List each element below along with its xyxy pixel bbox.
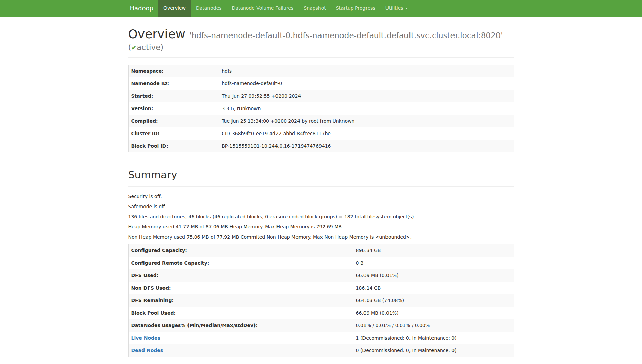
nav-item-utilities[interactable]: Utilities [380, 0, 413, 17]
nav-item[interactable]: Overview [158, 0, 191, 17]
row-label: Version: [128, 102, 219, 115]
table-row: Namenode ID: hdfs-namenode-default-0 [128, 77, 514, 90]
nav-item[interactable]: Snapshot [298, 0, 331, 17]
row-label-text: Namenode ID: [131, 81, 169, 86]
table-row: Block Pool ID: BP-1515559101-10.244.0.16… [128, 140, 514, 152]
summary-title: Summary [128, 169, 514, 181]
row-label-text: Version: [131, 106, 153, 111]
row-label-text: DataNodes usages% (Min/Median/Max/stdDev… [131, 323, 258, 328]
row-label: Live Nodes [128, 332, 353, 344]
table-row: Compiled: Tue Jun 25 13:34:00 +0200 2024… [128, 115, 514, 127]
row-label: DFS Used: [128, 269, 353, 282]
row-label: Block Pool ID: [128, 140, 219, 152]
row-label: Configured Capacity: [128, 244, 353, 257]
table-row: Cluster ID: CID-368b9fc0-ee19-4d22-abbd-… [128, 127, 514, 140]
row-label-text: Non DFS Used: [131, 285, 171, 291]
table-row: Live Nodes 1 (Decommissioned: 0, In Main… [128, 332, 514, 344]
check-icon: ✔ [131, 44, 137, 52]
summary-page-header: Summary [128, 169, 514, 187]
page-title: Overview 'hdfs-namenode-default-0.hdfs-n… [128, 27, 514, 52]
overview-table-body: Namespace: hdfs Namenode ID: hdfs-nameno… [128, 65, 514, 152]
summary-paragraph: Non Heap Memory used 75.06 MB of 77.92 M… [128, 234, 514, 241]
row-value: 66.09 MB (0.01%) [353, 307, 514, 319]
row-label: DFS Remaining: [128, 294, 353, 307]
summary-paragraph: 136 files and directories, 46 blocks (46… [128, 214, 514, 220]
row-value: 1 (Decommissioned: 0, In Maintenance: 0) [353, 332, 514, 344]
navbar-container: Hadoop Overview Datanodes Datanode Volum… [123, 0, 519, 17]
page-title-text: Overview [128, 27, 186, 41]
row-value: 0.01% / 0.01% / 0.01% / 0.00% [353, 319, 514, 332]
utilities-label: Utilities [385, 5, 403, 12]
row-value: CID-368b9fc0-ee19-4d22-abbd-84fcec8117be [219, 127, 514, 140]
row-value: hdfs [219, 65, 514, 77]
nav-item-label: Startup Progress [336, 5, 375, 12]
chevron-down-icon [405, 8, 408, 9]
row-value: 664.03 GB (74.08%) [353, 294, 514, 307]
overview-page-header: Overview 'hdfs-namenode-default-0.hdfs-n… [128, 27, 514, 58]
status-active-label: active) [137, 43, 163, 52]
row-label: Compiled: [128, 115, 219, 127]
table-row: Started: Thu Jun 27 09:52:55 +0200 2024 [128, 90, 514, 102]
row-value: Thu Jun 27 09:52:55 +0200 2024 [219, 90, 514, 102]
nav-item[interactable]: Startup Progress [331, 0, 380, 17]
table-row: DataNodes usages% (Min/Median/Max/stdDev… [128, 319, 514, 332]
row-value: hdfs-namenode-default-0 [219, 77, 514, 90]
row-label: Non DFS Used: [128, 282, 353, 294]
row-value: 0 B [353, 257, 514, 269]
row-label-text: Compiled: [131, 118, 158, 124]
nav-item[interactable]: Datanode Volume Failures [227, 0, 299, 17]
node-count-link[interactable]: Dead Nodes [131, 348, 163, 353]
nav-item[interactable]: Datanodes [191, 0, 227, 17]
row-value: 66.09 MB (0.01%) [353, 269, 514, 282]
row-label: DataNodes usages% (Min/Median/Max/stdDev… [128, 319, 353, 332]
table-row: Version: 3.3.6, rUnknown [128, 102, 514, 115]
row-label-text: Block Pool ID: [131, 143, 168, 149]
table-row: Dead Nodes 0 (Decommissioned: 0, In Main… [128, 344, 514, 357]
row-label-text: DFS Remaining: [131, 298, 174, 303]
main-content: Overview 'hdfs-namenode-default-0.hdfs-n… [123, 27, 519, 357]
nav-item-label: Datanodes [196, 5, 222, 12]
row-value: BP-1515559101-10.244.0.16-1719474769416 [219, 140, 514, 152]
table-row: Configured Capacity: 896.34 GB [128, 244, 514, 257]
namenode-address: 'hdfs-namenode-default-0.hdfs-namenode-d… [189, 31, 503, 40]
table-row: DFS Used: 66.09 MB (0.01%) [128, 269, 514, 282]
row-value: 896.34 GB [353, 244, 514, 257]
row-label-text: Cluster ID: [131, 131, 160, 136]
summary-paragraph: Security is off. [128, 193, 514, 200]
table-row: Configured Remote Capacity: 0 B [128, 257, 514, 269]
row-label: Cluster ID: [128, 127, 219, 140]
row-label-text: DFS Used: [131, 273, 159, 278]
row-value: Tue Jun 25 13:34:00 +0200 2024 by root f… [219, 115, 514, 127]
row-label: Namespace: [128, 65, 219, 77]
table-row: DFS Remaining: 664.03 GB (74.08%) [128, 294, 514, 307]
row-label: Started: [128, 90, 219, 102]
table-row: Namespace: hdfs [128, 65, 514, 77]
row-label-text: Configured Capacity: [131, 248, 187, 253]
row-value: 0 (Decommissioned: 0, In Maintenance: 0) [353, 344, 514, 357]
namenode-status: (✔active) [128, 43, 514, 52]
table-row: Non DFS Used: 186.14 GB [128, 282, 514, 294]
row-value: 186.14 GB [353, 282, 514, 294]
table-row: Block Pool Used: 66.09 MB (0.01%) [128, 307, 514, 319]
nav-item-label: Overview [163, 5, 186, 12]
row-value: 3.3.6, rUnknown [219, 102, 514, 115]
row-label: Dead Nodes [128, 344, 353, 357]
row-label-text: Configured Remote Capacity: [131, 260, 209, 266]
nav-item-label: Snapshot [304, 5, 326, 12]
row-label: Block Pool Used: [128, 307, 353, 319]
summary-table-body: Configured Capacity: 896.34 GB Configure… [128, 244, 514, 357]
row-label-text: Started: [131, 93, 153, 99]
row-label: Configured Remote Capacity: [128, 257, 353, 269]
summary-paragraph: Heap Memory used 41.77 MB of 87.06 MB He… [128, 224, 514, 230]
node-count-link[interactable]: Live Nodes [131, 335, 160, 341]
brand-hadoop[interactable]: Hadoop [128, 0, 158, 17]
nav-tabs: Overview Datanodes Datanode Volume Failu… [158, 0, 380, 17]
nav-item-label: Datanode Volume Failures [232, 5, 294, 12]
row-label-text: Namespace: [131, 68, 164, 74]
overview-table: Namespace: hdfs Namenode ID: hdfs-nameno… [128, 65, 514, 152]
row-label: Namenode ID: [128, 77, 219, 90]
summary-paragraph: Safemode is off. [128, 203, 514, 210]
navbar: Hadoop Overview Datanodes Datanode Volum… [0, 0, 642, 17]
summary-paragraphs: Security is off. Safemode is off. 136 fi… [128, 193, 514, 241]
nav-utilities-wrap: Utilities [380, 0, 413, 17]
